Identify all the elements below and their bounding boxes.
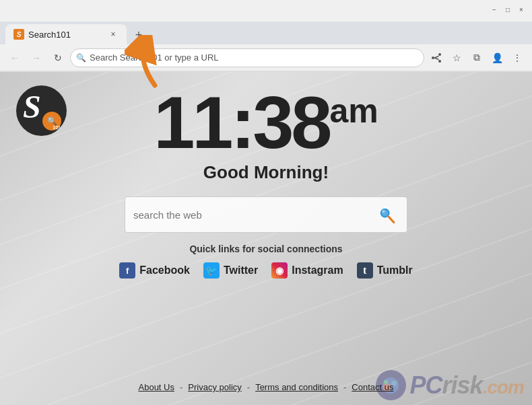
close-button[interactable]: ×: [516, 4, 527, 15]
extensions-button[interactable]: ⧉: [467, 48, 486, 67]
twitter-icon: 🐦: [203, 262, 220, 279]
search-container: [125, 196, 407, 233]
footer-sep-3: -: [343, 382, 346, 392]
toolbar: ← → ↻ 🔍 Search Search101 or type a URL ☆…: [0, 44, 532, 71]
about-us-link[interactable]: About Us: [139, 382, 174, 392]
terms-conditions-link[interactable]: Terms and conditions: [255, 382, 338, 392]
tumblr-link[interactable]: t Tumblr: [357, 262, 413, 279]
contact-us-link[interactable]: Contact us: [352, 382, 393, 392]
social-links: f Facebook 🐦 Twitter ◉ Instagram t Tumbl…: [119, 262, 412, 279]
svg-point-2: [438, 60, 441, 63]
search-icon: 🔍: [76, 53, 86, 63]
toolbar-actions: ☆ ⧉ 👤 ⋮: [427, 48, 527, 67]
new-tab-button[interactable]: +: [129, 26, 148, 44]
tab-bar: S Search101 × +: [0, 22, 532, 44]
instagram-label: Instagram: [292, 264, 343, 277]
tumblr-icon: t: [357, 262, 373, 279]
logo-101-text: 101: [53, 125, 61, 130]
footer-sep-1: -: [180, 382, 182, 392]
risk-text: risk: [442, 371, 483, 399]
com-text: .com: [483, 377, 524, 398]
clock-display: 11:38am: [154, 81, 378, 163]
search101-logo[interactable]: S 🔍 101: [16, 85, 67, 136]
pc-text: PC: [410, 371, 442, 399]
instagram-icon: ◉: [271, 262, 288, 279]
share-button[interactable]: [427, 48, 446, 67]
svg-line-6: [389, 217, 394, 223]
title-bar: − □ ×: [0, 0, 532, 22]
footer-links: About Us - Privacy policy - Terms and co…: [139, 382, 394, 392]
menu-button[interactable]: ⋮: [508, 48, 527, 67]
address-text: Search Search101 or type a URL: [90, 52, 219, 63]
twitter-label: Twitter: [224, 264, 258, 277]
page-content: S 🔍 101 11:38am Good Morning!: [0, 72, 532, 405]
instagram-link[interactable]: ◉ Instagram: [271, 262, 343, 279]
search-button[interactable]: [374, 202, 399, 227]
quick-links-label: Quick links for social connections: [189, 244, 342, 254]
facebook-icon: f: [119, 262, 135, 279]
svg-point-1: [432, 57, 434, 59]
svg-point-7: [382, 210, 385, 213]
search-magnifier-icon: [377, 205, 396, 224]
svg-point-0: [438, 53, 441, 56]
clock-ampm: am: [330, 92, 378, 130]
forward-button[interactable]: →: [27, 48, 46, 67]
minimize-button[interactable]: −: [489, 4, 500, 15]
privacy-policy-link[interactable]: Privacy policy: [188, 382, 241, 392]
profile-button[interactable]: 👤: [488, 48, 506, 67]
greeting-text: Good Morning!: [203, 162, 329, 183]
twitter-link[interactable]: 🐦 Twitter: [203, 262, 258, 279]
search-input-wrapper: [125, 196, 407, 233]
logo-s-letter: S: [23, 88, 41, 125]
clock-container: 11:38am: [154, 85, 378, 159]
facebook-link[interactable]: f Facebook: [119, 262, 190, 279]
back-button[interactable]: ←: [5, 48, 24, 67]
clock-time-value: 11:38: [154, 81, 329, 163]
tab-favicon: S: [13, 29, 24, 40]
address-bar[interactable]: 🔍 Search Search101 or type a URL: [70, 48, 424, 67]
pcrisk-text: PCrisk.com: [410, 371, 524, 400]
maximize-button[interactable]: □: [502, 4, 513, 15]
facebook-label: Facebook: [139, 264, 190, 277]
tab-title: Search101: [28, 30, 71, 40]
tab-close-button[interactable]: ×: [108, 29, 119, 40]
active-tab[interactable]: S Search101 ×: [5, 24, 127, 44]
search-input[interactable]: [133, 209, 369, 221]
reload-button[interactable]: ↻: [48, 48, 67, 67]
footer-sep-2: -: [247, 382, 250, 392]
browser-chrome: − □ × S Search101 × + ← → ↻ 🔍 Search Sea…: [0, 0, 532, 72]
tumblr-label: Tumblr: [377, 264, 413, 277]
bookmark-button[interactable]: ☆: [447, 48, 466, 67]
